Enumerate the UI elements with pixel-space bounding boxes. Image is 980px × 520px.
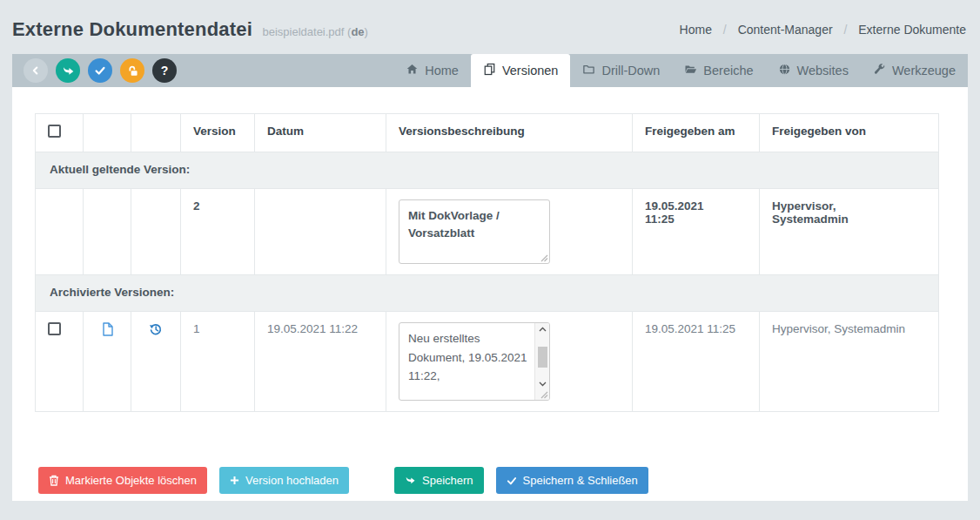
scroll-up-icon[interactable] [538,326,547,333]
save-and-close-button[interactable]: Speichern & Schließen [496,467,648,494]
toolbar: ? Home Versionen Drill-Down [12,54,968,87]
page-header: Externe Dokumentendatei beispieldatei.pd… [0,0,980,54]
folder-open-icon [684,63,697,78]
cell-freigegeben-von: Hypervisor, Systemadmin [760,312,939,412]
select-all-checkbox[interactable] [48,125,61,138]
description-text: Neu erstelltes Dokument, 19.05.2021 11:2… [399,323,534,400]
button-label: Speichern [422,474,473,487]
description-textarea[interactable]: Neu erstelltes Dokument, 19.05.2021 11:2… [399,322,550,401]
folder-icon [582,63,595,78]
content-panel: Version Datum Versionsbeschreibung Freig… [12,87,968,501]
scrollbar[interactable] [534,323,549,400]
check-icon [507,476,517,486]
tab-home[interactable]: Home [393,54,471,87]
unlock-icon [126,64,139,78]
header-freigegeben-von: Freigegeben von [760,114,939,152]
subtitle-language: de [351,25,364,38]
header-version: Version [181,114,255,152]
delete-selected-button[interactable]: Markierte Objekte löschen [38,467,207,494]
cell-freigegeben-von: Hypervisor, Systemadmin [760,189,939,275]
cell-freigegeben-am: 19.05.2021 11:25 [633,189,760,275]
breadcrumb-home[interactable]: Home [680,23,712,37]
header-freigegeben-am: Freigegeben am [633,114,760,152]
tab-label: Bereiche [703,64,753,78]
versions-table: Version Datum Versionsbeschreibung Freig… [35,113,939,412]
select-all-cell [36,114,84,152]
save-button-toolbar[interactable] [56,58,80,83]
page-subtitle: beispieldatei.pdf (de) [262,25,367,38]
back-button[interactable] [23,58,48,83]
breadcrumb-content-manager[interactable]: Content-Manager [738,23,833,37]
description-textarea[interactable]: Mit DokVorlage / Vorsatzblatt [399,199,550,264]
section-label: Archivierte Versionen: [36,275,939,312]
cell-file-action [84,312,131,412]
freigegeben-am-text: 19.05.2021 11:25 [645,199,725,226]
wrench-icon [873,63,886,78]
cell-empty [131,189,181,275]
history-icon[interactable] [149,322,163,336]
cell-beschreibung: Mit DokVorlage / Vorsatzblatt [386,189,633,275]
freigegeben-von-text: Hypervisor, Systemadmin [772,199,881,226]
button-label: Version hochladen [245,474,339,487]
tab-drill-down[interactable]: Drill-Down [570,54,672,87]
tab-label: Versionen [502,64,559,78]
row-checkbox[interactable] [48,322,61,335]
trash-icon [49,475,59,486]
header-empty-2 [131,114,181,152]
tab-label: Home [425,64,459,78]
subtitle-filename: beispieldatei.pdf ( [262,25,351,38]
tab-bar: Home Versionen Drill-Down [393,54,968,87]
cell-version: 1 [181,312,255,412]
cell-datum [255,189,386,275]
version-row-1: 1 19.05.2021 11:22 Neu erstelltes Dokume… [36,312,939,412]
unlock-button[interactable] [120,58,144,83]
breadcrumb-separator: / [843,23,847,37]
cell-restore-action [131,312,181,412]
title-wrap: Externe Dokumentendatei beispieldatei.pd… [12,18,368,41]
check-icon [94,64,106,77]
home-icon [406,63,419,78]
save-close-button-toolbar[interactable] [88,58,112,83]
chevron-left-icon [30,64,42,77]
resize-grip-icon[interactable] [540,254,548,262]
plus-icon [230,476,239,485]
resize-grip-icon[interactable] [540,391,548,399]
breadcrumb-externe-dokumente[interactable]: Externe Dokumente [858,23,966,37]
tab-label: Drill-Down [601,64,660,78]
copy-icon [483,63,496,78]
button-label: Markierte Objekte löschen [65,474,197,487]
subtitle-close-paren: ) [365,25,368,38]
help-button[interactable]: ? [152,58,177,83]
file-icon[interactable] [101,322,114,336]
tab-werkzeuge[interactable]: Werkzeuge [861,54,968,87]
question-icon: ? [161,64,169,78]
section-archived-versions: Archivierte Versionen: [36,275,939,312]
globe-icon [778,63,791,78]
save-button[interactable]: Speichern [394,467,484,494]
tab-versionen[interactable]: Versionen [471,54,571,87]
breadcrumb-separator: / [723,23,727,37]
tab-label: Websites [797,64,849,78]
header-versionsbeschreibung: Versionsbeschreibung [386,114,633,152]
upload-version-button[interactable]: Version hochladen [219,467,349,494]
save-arrow-icon [405,475,416,486]
scroll-down-icon[interactable] [538,381,547,388]
table-header-row: Version Datum Versionsbeschreibung Freig… [36,114,939,152]
breadcrumb: Home / Content-Manager / Externe Dokumen… [680,23,966,37]
header-empty-1 [84,114,131,152]
section-current-version: Aktuell geltende Version: [36,152,939,189]
cell-empty [84,189,131,275]
section-label: Aktuell geltende Version: [36,152,939,189]
save-arrow-icon [62,64,75,78]
header-datum: Datum [255,114,386,152]
version-row-2: 2 Mit DokVorlage / Vorsatzblatt 19.05.20… [36,189,939,275]
page-title: Externe Dokumentendatei [12,18,252,40]
tab-label: Werkzeuge [892,64,956,78]
cell-datum: 19.05.2021 11:22 [255,312,386,412]
tab-bereiche[interactable]: Bereiche [672,54,765,87]
cell-freigegeben-am: 19.05.2021 11:25 [633,312,760,412]
footer-actions: Markierte Objekte löschen Version hochla… [38,467,648,494]
tab-websites[interactable]: Websites [766,54,861,87]
scrollbar-thumb[interactable] [538,347,547,368]
description-text: Mit DokVorlage / Vorsatzblatt [408,209,500,240]
